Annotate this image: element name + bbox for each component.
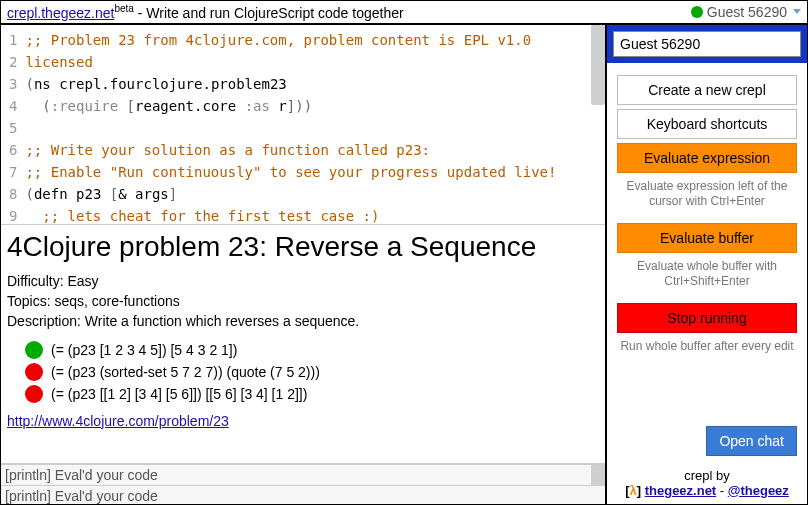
test-expr: (= (p23 [[1 2] [3 4] [5 6]]) [[5 6] [3 4…: [51, 386, 307, 402]
header-left: crepl.thegeez.netbeta - Write and run Cl…: [7, 3, 404, 21]
evaluate-expression-button[interactable]: Evaluate expression: [617, 143, 797, 173]
difficulty-value: Easy: [67, 273, 98, 289]
test-list: (= (p23 [1 2 3 4 5]) [5 4 3 2 1]) (= (p2…: [7, 339, 599, 405]
keyboard-shortcuts-button[interactable]: Keyboard shortcuts: [617, 109, 797, 139]
stop-running-button[interactable]: Stop running: [617, 303, 797, 333]
output-scrollbar[interactable]: [591, 465, 605, 487]
sidebar-footer: crepl by [λ] thegeez.net - @thegeez: [607, 464, 807, 505]
test-expr: (= (p23 [1 2 3 4 5]) [5 4 3 2 1]): [51, 342, 237, 358]
topics-value: seqs, core-functions: [54, 293, 179, 309]
header-right[interactable]: Guest 56290: [691, 4, 801, 20]
left-pane: 123456789 ;; Problem 23 from 4clojure.co…: [1, 25, 607, 505]
difficulty-label: Difficulty:: [7, 273, 67, 289]
test-fail-icon: [25, 385, 43, 403]
footer-separator: -: [716, 483, 728, 498]
description-value: Write a function which reverses a sequen…: [85, 313, 359, 329]
test-row: (= (p23 [[1 2] [3 4] [5 6]]) [[5 6] [3 4…: [7, 383, 599, 405]
evaluate-buffer-button[interactable]: Evaluate buffer: [617, 223, 797, 253]
guest-name-input[interactable]: [613, 31, 801, 57]
topics-label: Topics:: [7, 293, 54, 309]
guest-label: Guest 56290: [707, 4, 787, 20]
line-gutter: 123456789: [1, 29, 25, 220]
output-pane: [println] Eval'd your code [println] Eva…: [1, 464, 605, 505]
tagline: - Write and run ClojureScript code toget…: [134, 5, 404, 21]
output-line: [println] Eval'd your code: [1, 486, 605, 505]
test-pass-icon: [25, 341, 43, 359]
open-chat-button[interactable]: Open chat: [706, 426, 797, 456]
eval-buffer-hint: Evaluate whole buffer with Ctrl+Shift+En…: [617, 259, 797, 289]
lambda-bracket-close: ]: [637, 483, 645, 498]
code-editor[interactable]: 123456789 ;; Problem 23 from 4clojure.co…: [1, 25, 605, 225]
description-label: Description:: [7, 313, 85, 329]
output-line: [println] Eval'd your code: [1, 465, 605, 486]
footer-by: crepl by: [613, 468, 801, 483]
problem-pane: 4Clojure problem 23: Reverse a Sequence …: [1, 225, 605, 464]
footer-twitter-link[interactable]: @thegeez: [728, 483, 789, 498]
lambda-icon: λ: [630, 483, 637, 498]
beta-badge: beta: [114, 3, 133, 14]
problem-link[interactable]: http://www.4clojure.com/problem/23: [7, 413, 229, 429]
footer-site-link[interactable]: thegeez.net: [645, 483, 717, 498]
test-fail-icon: [25, 363, 43, 381]
test-row: (= (p23 (sorted-set 5 7 2 7)) (quote (7 …: [7, 361, 599, 383]
sidebar: Create a new crepl Keyboard shortcuts Ev…: [607, 25, 807, 505]
chevron-down-icon: [793, 9, 801, 14]
presence-dot-icon: [691, 6, 703, 18]
site-link[interactable]: crepl.thegeez.net: [7, 5, 114, 21]
eval-expr-hint: Evaluate expression left of the cursor w…: [617, 179, 797, 209]
code-area[interactable]: ;; Problem 23 from 4clojure.com, problem…: [25, 29, 605, 220]
name-box-wrap: [607, 25, 807, 63]
test-expr: (= (p23 (sorted-set 5 7 2 7)) (quote (7 …: [51, 364, 320, 380]
test-row: (= (p23 [1 2 3 4 5]) [5 4 3 2 1]): [7, 339, 599, 361]
app-header: crepl.thegeez.netbeta - Write and run Cl…: [1, 1, 807, 25]
problem-title: 4Clojure problem 23: Reverse a Sequence: [7, 231, 599, 263]
editor-scrollbar[interactable]: [591, 25, 605, 224]
stop-hint: Run whole buffer after every edit: [617, 339, 797, 354]
create-crepl-button[interactable]: Create a new crepl: [617, 75, 797, 105]
